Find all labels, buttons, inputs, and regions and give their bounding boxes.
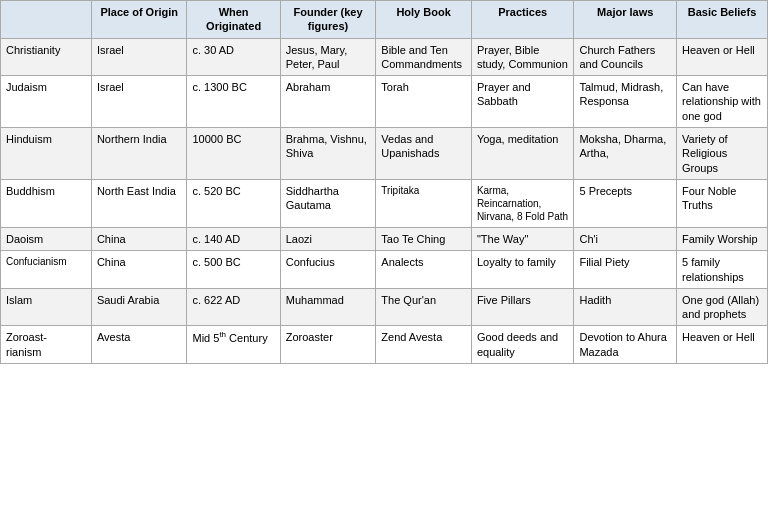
cell-founder: Confucius xyxy=(280,251,376,289)
cell-origin: China xyxy=(91,227,187,250)
header-origin: Place of Origin xyxy=(91,1,187,39)
cell-religion: Judaism xyxy=(1,76,92,128)
cell-major_laws: Hadith xyxy=(574,288,677,326)
cell-religion: Buddhism xyxy=(1,179,92,227)
cell-basic_beliefs: Can have relationship with one god xyxy=(677,76,768,128)
cell-basic_beliefs: Variety of Religious Groups xyxy=(677,128,768,180)
header-founder: Founder (key figures) xyxy=(280,1,376,39)
table-row: DaoismChinac. 140 ADLaoziTao Te Ching"Th… xyxy=(1,227,768,250)
cell-holy_book: Tao Te Ching xyxy=(376,227,472,250)
cell-major_laws: Moksha, Dharma, Artha, xyxy=(574,128,677,180)
cell-origin: Saudi Arabia xyxy=(91,288,187,326)
cell-practices: Karma, Reincarnation, Nirvana, 8 Fold Pa… xyxy=(471,179,574,227)
table-row: ConfucianismChinac. 500 BCConfuciusAnale… xyxy=(1,251,768,289)
cell-when: Mid 5th Century xyxy=(187,326,280,364)
cell-origin: Avesta xyxy=(91,326,187,364)
cell-major_laws: Ch'i xyxy=(574,227,677,250)
cell-holy_book: Tripitaka xyxy=(376,179,472,227)
cell-when: c. 1300 BC xyxy=(187,76,280,128)
cell-basic_beliefs: One god (Allah) and prophets xyxy=(677,288,768,326)
cell-founder: Muhammad xyxy=(280,288,376,326)
cell-origin: Israel xyxy=(91,38,187,76)
cell-religion: Islam xyxy=(1,288,92,326)
cell-basic_beliefs: Family Worship xyxy=(677,227,768,250)
cell-founder: Siddhartha Gautama xyxy=(280,179,376,227)
cell-founder: Laozi xyxy=(280,227,376,250)
cell-holy_book: Zend Avesta xyxy=(376,326,472,364)
cell-major_laws: Filial Piety xyxy=(574,251,677,289)
header-when: When Originated xyxy=(187,1,280,39)
cell-religion: Zoroast-rianism xyxy=(1,326,92,364)
cell-when: 10000 BC xyxy=(187,128,280,180)
header-practices: Practices xyxy=(471,1,574,39)
cell-origin: North East India xyxy=(91,179,187,227)
cell-holy_book: The Qur'an xyxy=(376,288,472,326)
cell-basic_beliefs: Four Noble Truths xyxy=(677,179,768,227)
header-religion xyxy=(1,1,92,39)
cell-basic_beliefs: Heaven or Hell xyxy=(677,326,768,364)
cell-major_laws: 5 Precepts xyxy=(574,179,677,227)
header-beliefs: Basic Beliefs xyxy=(677,1,768,39)
cell-religion: Christianity xyxy=(1,38,92,76)
cell-religion: Hinduism xyxy=(1,128,92,180)
cell-practices: Five Pillars xyxy=(471,288,574,326)
cell-when: c. 622 AD xyxy=(187,288,280,326)
cell-when: c. 520 BC xyxy=(187,179,280,227)
cell-origin: Israel xyxy=(91,76,187,128)
cell-founder: Jesus, Mary, Peter, Paul xyxy=(280,38,376,76)
cell-origin: Northern India xyxy=(91,128,187,180)
table-row: JudaismIsraelc. 1300 BCAbrahamTorahPraye… xyxy=(1,76,768,128)
cell-holy_book: Torah xyxy=(376,76,472,128)
cell-origin: China xyxy=(91,251,187,289)
cell-holy_book: Analects xyxy=(376,251,472,289)
header-row: Place of Origin When Originated Founder … xyxy=(1,1,768,39)
cell-major_laws: Church Fathers and Councils xyxy=(574,38,677,76)
table-row: ChristianityIsraelc. 30 ADJesus, Mary, P… xyxy=(1,38,768,76)
cell-holy_book: Vedas and Upanishads xyxy=(376,128,472,180)
cell-when: c. 30 AD xyxy=(187,38,280,76)
cell-practices: Good deeds and equality xyxy=(471,326,574,364)
cell-religion: Confucianism xyxy=(1,251,92,289)
cell-basic_beliefs: 5 family relationships xyxy=(677,251,768,289)
religions-table: Place of Origin When Originated Founder … xyxy=(0,0,768,364)
cell-founder: Zoroaster xyxy=(280,326,376,364)
table-row: Zoroast-rianismAvestaMid 5th CenturyZoro… xyxy=(1,326,768,364)
cell-practices: Loyalty to family xyxy=(471,251,574,289)
cell-founder: Abraham xyxy=(280,76,376,128)
cell-religion: Daoism xyxy=(1,227,92,250)
cell-founder: Brahma, Vishnu, Shiva xyxy=(280,128,376,180)
table-row: HinduismNorthern India10000 BCBrahma, Vi… xyxy=(1,128,768,180)
table-row: BuddhismNorth East Indiac. 520 BCSiddhar… xyxy=(1,179,768,227)
cell-major_laws: Devotion to Ahura Mazada xyxy=(574,326,677,364)
cell-when: c. 500 BC xyxy=(187,251,280,289)
cell-basic_beliefs: Heaven or Hell xyxy=(677,38,768,76)
cell-holy_book: Bible and Ten Commandments xyxy=(376,38,472,76)
cell-practices: "The Way" xyxy=(471,227,574,250)
header-holybook: Holy Book xyxy=(376,1,472,39)
header-majorlaws: Major laws xyxy=(574,1,677,39)
cell-when: c. 140 AD xyxy=(187,227,280,250)
cell-major_laws: Talmud, Midrash, Responsa xyxy=(574,76,677,128)
cell-practices: Yoga, meditation xyxy=(471,128,574,180)
table-row: IslamSaudi Arabiac. 622 ADMuhammadThe Qu… xyxy=(1,288,768,326)
cell-practices: Prayer, Bible study, Communion xyxy=(471,38,574,76)
cell-practices: Prayer and Sabbath xyxy=(471,76,574,128)
